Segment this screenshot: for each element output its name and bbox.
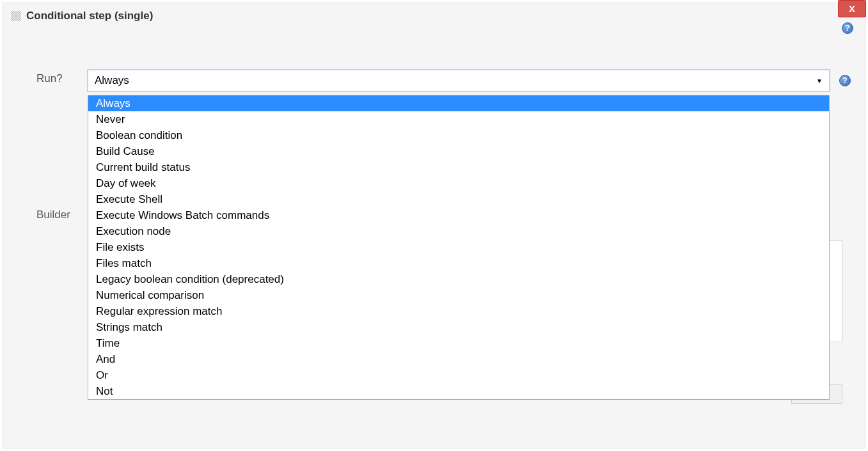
- run-option[interactable]: Build Cause: [88, 143, 829, 159]
- run-option[interactable]: Time: [88, 335, 829, 351]
- help-icon[interactable]: ?: [842, 22, 853, 34]
- help-icon[interactable]: ?: [839, 75, 851, 86]
- panel-title: Conditional step (single): [26, 10, 153, 22]
- run-option[interactable]: Execution node: [88, 223, 829, 239]
- conditional-step-panel: Conditional step (single) X ? Run? Alway…: [3, 3, 865, 448]
- run-option[interactable]: Legacy boolean condition (deprecated): [88, 271, 829, 287]
- run-option[interactable]: Boolean condition: [88, 127, 829, 143]
- run-dropdown-list[interactable]: AlwaysNeverBoolean conditionBuild CauseC…: [88, 95, 830, 400]
- run-option[interactable]: Or: [88, 367, 829, 383]
- run-option[interactable]: Always: [88, 95, 829, 111]
- run-select-value: Always: [95, 74, 816, 87]
- run-option[interactable]: Execute Shell: [88, 191, 829, 207]
- close-button[interactable]: X: [838, 0, 866, 17]
- run-option[interactable]: Files match: [88, 255, 829, 271]
- builder-row: Builder: [36, 209, 88, 221]
- panel-header: Conditional step (single): [3, 3, 865, 29]
- run-option[interactable]: And: [88, 351, 829, 367]
- run-option[interactable]: Not: [88, 383, 829, 399]
- drag-handle-icon[interactable]: [11, 11, 21, 21]
- builder-label: Builder: [36, 209, 88, 221]
- chevron-down-icon: ▼: [816, 77, 823, 84]
- close-button-label: X: [849, 3, 855, 14]
- run-option[interactable]: Execute Windows Batch commands: [88, 207, 829, 223]
- run-option[interactable]: Never: [88, 111, 829, 127]
- run-option[interactable]: Regular expression match: [88, 303, 829, 319]
- run-option[interactable]: File exists: [88, 239, 829, 255]
- run-option[interactable]: Strings match: [88, 319, 829, 335]
- run-select[interactable]: Always ▼: [88, 70, 830, 91]
- run-option[interactable]: Current build status: [88, 159, 829, 175]
- run-option[interactable]: Numerical comparison: [88, 287, 829, 303]
- run-label: Run?: [36, 72, 88, 85]
- run-row: Run?: [36, 72, 88, 85]
- run-option[interactable]: Day of week: [88, 175, 829, 191]
